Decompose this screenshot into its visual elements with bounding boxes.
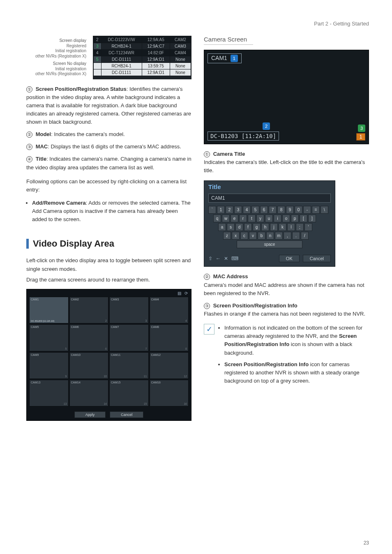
key[interactable]: - xyxy=(303,206,311,214)
key[interactable]: 4 xyxy=(243,206,251,214)
page-number: 23 xyxy=(364,540,369,546)
video-cell[interactable]: CAM88 xyxy=(150,324,189,351)
section-title: Video Display Area xyxy=(33,238,114,249)
key[interactable]: g xyxy=(253,223,261,231)
video-cell[interactable]: CAM44 xyxy=(150,297,189,323)
camera-list-diagram: Screen display Registered Initial regist… xyxy=(26,36,191,79)
key[interactable]: d xyxy=(235,223,243,231)
key[interactable]: y xyxy=(256,215,264,222)
key[interactable]: q xyxy=(213,215,221,222)
key[interactable]: o xyxy=(282,215,290,222)
camera-title-text: CAM1 xyxy=(211,55,227,61)
key[interactable]: ' xyxy=(304,223,312,231)
key[interactable]: s xyxy=(227,223,235,231)
key[interactable]: b xyxy=(258,232,265,240)
key[interactable]: \ xyxy=(321,206,328,214)
key[interactable]: n xyxy=(266,232,274,240)
kb-ok-button[interactable]: OK xyxy=(279,255,300,262)
key[interactable]: r xyxy=(239,215,247,222)
definition-item: ② Model: Indicates the camera's model. xyxy=(26,130,191,138)
key[interactable]: , xyxy=(284,232,291,240)
row-model: DC-D1111 xyxy=(101,56,142,63)
definition-item: ④ Title: Indicates the camera's name. Ch… xyxy=(26,155,191,171)
key[interactable]: z xyxy=(223,232,231,240)
key[interactable]: 9 xyxy=(286,206,294,214)
video-cell[interactable]: CAM77 xyxy=(109,324,149,351)
key[interactable]: [ xyxy=(300,215,307,222)
key[interactable]: 0 xyxy=(295,206,302,214)
key[interactable]: k xyxy=(279,223,286,231)
back-icon[interactable]: ← xyxy=(216,256,221,261)
row-mac: 12:9A:D1 xyxy=(142,69,170,76)
key[interactable]: 2 xyxy=(226,206,233,214)
key[interactable]: t xyxy=(248,215,256,222)
key[interactable]: c xyxy=(240,232,248,240)
video-cell[interactable]: CAM1313 xyxy=(29,380,69,406)
key[interactable]: h xyxy=(261,223,269,231)
video-cell[interactable]: CAM99 xyxy=(29,352,69,379)
cancel-button[interactable]: Cancel xyxy=(110,411,143,418)
definition-item: ① Screen Position/Registration Status: I… xyxy=(26,85,191,127)
key[interactable]: v xyxy=(249,232,257,240)
grid-icon-refresh[interactable]: ⟳ xyxy=(184,291,188,295)
key[interactable]: 3 xyxy=(234,206,242,214)
key[interactable]: ] xyxy=(308,215,316,222)
left-paragraph-2: Left-click on the video display area to … xyxy=(26,256,191,273)
kb-cancel-button[interactable]: Cancel xyxy=(303,255,331,262)
video-cell[interactable]: CAM55 xyxy=(29,324,69,351)
callout-1: 1 xyxy=(231,55,238,62)
video-cell[interactable]: CAM22 xyxy=(69,297,109,323)
grid-icon-layout[interactable]: ▤ xyxy=(178,291,181,295)
video-cell[interactable]: CAM1DC-B1203 [11:2A:10] xyxy=(29,297,69,323)
key[interactable]: 5 xyxy=(251,206,259,214)
apply-button[interactable]: Apply xyxy=(74,411,106,418)
row-title: None xyxy=(170,56,191,63)
key[interactable]: j xyxy=(270,223,278,231)
key[interactable]: x xyxy=(232,232,240,240)
left-bullet-list: Add/Remove Camera: Adds or removes the s… xyxy=(26,199,191,224)
key[interactable]: . xyxy=(292,232,300,240)
label-initial-reg: Initial registration xyxy=(26,48,86,54)
key[interactable]: p xyxy=(291,215,299,222)
label-other-nvrs: other NVRs (Registration X) xyxy=(26,54,86,59)
space-key[interactable]: space xyxy=(237,240,302,248)
key[interactable]: u xyxy=(265,215,273,222)
video-cell[interactable]: CAM66 xyxy=(69,324,109,351)
camera-title-box[interactable]: CAM1 1 xyxy=(208,53,242,63)
key[interactable]: i xyxy=(274,215,281,222)
key[interactable]: 6 xyxy=(260,206,268,214)
shift-icon[interactable]: ⇧ xyxy=(208,256,212,261)
video-cell[interactable]: CAM1111 xyxy=(109,352,149,379)
camera-screen-rule xyxy=(204,44,253,45)
video-cell[interactable]: CAM1616 xyxy=(150,380,189,406)
key[interactable]: 1 xyxy=(217,206,225,214)
left-paragraph-3: Drag the camera screens around to rearra… xyxy=(26,276,191,284)
row-model: DC-D1223V/W xyxy=(101,37,142,43)
key[interactable]: ; xyxy=(296,223,304,231)
key[interactable]: ` xyxy=(208,206,216,214)
row-model: RCHB24-1 xyxy=(101,43,142,50)
key[interactable]: 8 xyxy=(277,206,285,214)
kb-input[interactable]: CAM1 xyxy=(208,194,331,203)
row-title: CAM4 xyxy=(170,50,191,56)
video-cell[interactable]: CAM33 xyxy=(109,297,149,323)
video-cell[interactable]: CAM1515 xyxy=(109,380,149,406)
video-cell[interactable]: CAM1010 xyxy=(69,352,109,379)
video-cell[interactable]: CAM1212 xyxy=(150,352,189,379)
left-paragraph-1: Following options can be accessed by rig… xyxy=(26,178,191,194)
key[interactable]: / xyxy=(301,232,309,240)
key[interactable]: = xyxy=(312,206,320,214)
key[interactable]: f xyxy=(244,223,252,231)
key[interactable]: a xyxy=(218,223,226,231)
key[interactable]: w xyxy=(222,215,230,222)
key[interactable]: e xyxy=(231,215,238,222)
key[interactable]: 7 xyxy=(269,206,277,214)
def-screen-position-info: ③ Screen Position/Registration Info Flas… xyxy=(204,302,369,318)
definition-item: ③ MAC: Displays the last 6 digits of the… xyxy=(26,143,191,151)
key[interactable]: l xyxy=(287,223,295,231)
keyboard-icon[interactable]: ⌨ xyxy=(231,256,238,261)
callout-3: 3 xyxy=(358,125,365,132)
video-cell[interactable]: CAM1414 xyxy=(69,380,109,406)
close-icon[interactable]: ✕ xyxy=(224,256,228,261)
key[interactable]: m xyxy=(275,232,283,240)
